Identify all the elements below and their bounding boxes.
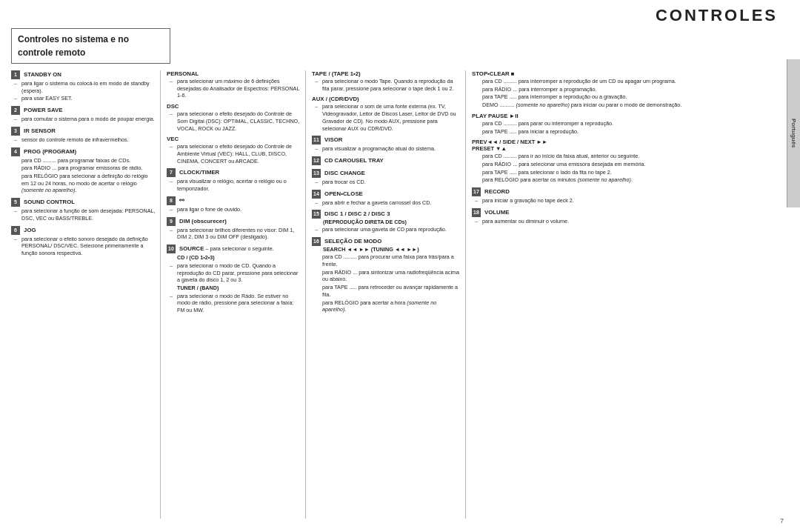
section-subtitle-disc123: (REPRODUÇÃO DIRETA DE CDs) xyxy=(312,219,461,225)
section-num-7: 7 xyxy=(167,168,176,177)
section-body-source: CD / (CD 1•2•3) – para selecionar o modo… xyxy=(167,254,301,314)
section-body-volume: – para aumentar ou diminuir o volume. xyxy=(472,218,784,225)
section-body-dsc: – para selecionar o efeito desejado do C… xyxy=(167,110,301,132)
list-item: para RÁDIO ... para programar emissoras … xyxy=(14,164,156,172)
list-item: – para selecionar o modo Tape. Quando a … xyxy=(315,78,461,92)
section-title-volume: VOLUME xyxy=(484,209,509,216)
section-prev-next: PREV◄◄ / SIDE / NEXT ►► PRESET ▼▲ para C… xyxy=(472,139,784,184)
section-body-personal: – para selecionar um máximo de 6 definiç… xyxy=(167,78,301,99)
list-item: – para selecionar uma gaveta de CD para … xyxy=(315,226,461,233)
section-body-jog: – para selecionar o efeito sonoro deseja… xyxy=(11,236,156,257)
section-aux: AUX / (CDR/DVD) – para selecionar o som … xyxy=(312,96,461,132)
columns-container: 1 STANDBY ON – para ligar o sistema ou c… xyxy=(11,70,784,519)
section-title-jog: JOG xyxy=(24,227,36,233)
section-title-dim: DIM (obscurecer) xyxy=(179,218,227,225)
section-sound-control: 5 SOUND CONTROL – para selecionar a funç… xyxy=(11,198,156,222)
list-item: – para trocar os CD. xyxy=(315,179,461,186)
section-title-record: RECORD xyxy=(484,188,510,195)
list-item: – para iniciar a gravação no tape deck 2… xyxy=(475,197,784,205)
list-item: – para ligar o sistema ou colocá-lo em m… xyxy=(14,80,156,94)
list-item: para RÁDIO ... para sintonizar uma radio… xyxy=(315,269,461,283)
section-body-play-pause: para CD ......... para parar ou interrom… xyxy=(472,120,784,135)
section-num-1: 1 xyxy=(11,70,20,79)
list-item: para RÁDIO ... para interromper a progra… xyxy=(475,86,784,93)
section-title-power-save: POWER SAVE xyxy=(24,107,62,113)
section-body-tape: – para selecionar o modo Tape. Quando a … xyxy=(312,78,461,92)
page-container: CONTROLES Português 7 Controles no siste… xyxy=(0,0,800,532)
section-title-visor: VISOR xyxy=(324,136,342,143)
column-3: TAPE / (TAPE 1•2) – para selecionar o mo… xyxy=(305,70,461,519)
list-item: para TAPE ..... para iniciar a reproduçã… xyxy=(475,128,784,136)
section-disc123: 15 DISC 1 / DISC 2 / DISC 3 (REPRODUÇÃO … xyxy=(312,210,461,233)
section-body-selecao-modo: para CD ......... para procurar uma faix… xyxy=(312,253,461,313)
list-item: para RELÓGIO para selecionar a definição… xyxy=(14,173,156,194)
section-power-save: 2 POWER SAVE – para comutar o sistema pa… xyxy=(11,106,156,123)
section-subtitle-selecao-modo: SEARCH ◄◄ ►► (TUNING ◄◄ ►►) xyxy=(312,246,461,253)
section-tape: TAPE / (TAPE 1•2) – para selecionar o mo… xyxy=(312,70,461,92)
column-1: 1 STANDBY ON – para ligar o sistema ou c… xyxy=(11,70,156,519)
section-body-sound-control: – para selecionar a função de som deseja… xyxy=(11,207,156,222)
section-num-5: 5 xyxy=(11,198,20,207)
list-item: para CD ......... para procurar uma faix… xyxy=(315,253,461,267)
main-title-line1: Controles no sistema e no xyxy=(18,34,129,44)
section-title-dsc: DSC xyxy=(167,103,179,110)
section-stop-clear: STOP•CLEAR ■ para CD ......... para inte… xyxy=(472,70,784,109)
main-title-line2: controle remoto xyxy=(18,47,85,58)
section-title-standby-on: STANDBY ON xyxy=(24,71,61,78)
section-play-pause: PLAY PAUSE ►II para CD ......... para pa… xyxy=(472,113,784,135)
section-num-4: 4 xyxy=(11,147,20,156)
list-item: – para selecionar o modo de CD. Quando a… xyxy=(170,262,301,284)
main-title-box: Controles no sistema e no controle remot… xyxy=(11,28,170,64)
section-title-aux: AUX / (CDR/DVD) xyxy=(312,96,359,102)
list-item: para CD ......... para ir ao início da f… xyxy=(475,153,784,160)
list-item: para CD ......... para interromper a rep… xyxy=(475,78,784,85)
list-item: – para abrir e fechar a gaveta carrossel… xyxy=(315,199,461,207)
list-item: – para aumentar ou diminuir o volume. xyxy=(475,218,784,225)
section-body-headphone: – para ligar o fone de ouvido. xyxy=(167,206,301,213)
list-item: – para visualizar a programação atual do… xyxy=(315,145,461,153)
list-item: para TAPE ..... para interromper a repro… xyxy=(475,93,784,101)
section-num-10: 10 xyxy=(167,245,176,253)
list-item: – para comutar o sistema para o modo de … xyxy=(14,116,156,123)
section-record: 17 RECORD – para iniciar a gravação no t… xyxy=(472,187,784,205)
list-item: – para selecionar a função de som deseja… xyxy=(14,207,156,222)
list-item: – sensor do controle remoto de infraverm… xyxy=(14,136,156,144)
section-ir-sensor: 3 IR SENSOR – sensor do controle remoto … xyxy=(11,127,156,144)
section-num-15: 15 xyxy=(312,210,321,219)
list-item: – para selecionar um máximo de 6 definiç… xyxy=(170,78,301,99)
side-language-tab: Português xyxy=(787,59,800,207)
section-body-disc-change: – para trocar os CD. xyxy=(312,179,461,186)
section-title-preset: PRESET ▼▲ xyxy=(472,145,784,152)
list-item: – para selecionar o som de uma fonte ext… xyxy=(315,103,461,132)
list-item: CD / (CD 1•2•3) xyxy=(170,254,301,262)
section-body-visor: – para visualizar a programação atual do… xyxy=(312,145,461,153)
list-item: para RÁDIO ... para selecionar uma emiss… xyxy=(475,161,784,168)
section-title-open-close: OPEN•CLOSE xyxy=(324,190,363,197)
section-num-8: 8 xyxy=(167,196,176,205)
section-title-personal: PERSONAL xyxy=(167,70,199,77)
section-num-14: 14 xyxy=(312,190,321,199)
list-item: para CD ......... para programar faixas … xyxy=(14,157,156,164)
section-num-3: 3 xyxy=(11,127,20,136)
list-item: para TAPE ..... para retroceder ou avanç… xyxy=(315,284,461,298)
section-source: 10 SOURCE – para selecionar o seguinte. … xyxy=(167,245,301,314)
list-item: – para selecionar o efeito desejado do C… xyxy=(170,143,301,164)
section-personal: PERSONAL – para selecionar um máximo de … xyxy=(167,70,301,99)
section-dsc: DSC – para selecionar o efeito desejado … xyxy=(167,103,301,132)
section-num-18: 18 xyxy=(472,208,481,217)
section-cd-carousel-tray: 12 CD CAROUSEL TRAY xyxy=(312,156,461,165)
section-num-9: 9 xyxy=(167,217,176,226)
section-title-cd-carousel-tray: CD CAROUSEL TRAY xyxy=(324,157,384,164)
section-title-selecao-modo: SELEÇÃO DE MODO xyxy=(324,238,381,245)
list-item: – para selecionar o modo de Rádo. Se est… xyxy=(170,293,301,314)
section-body-disc123: – para selecionar uma gaveta de CD para … xyxy=(312,226,461,233)
list-item: – para visualizar o relógio, acertar o r… xyxy=(170,178,301,192)
section-title-headphone: ⚯ xyxy=(179,197,184,204)
list-item: – para selecionar o efeito desejado do C… xyxy=(170,110,301,132)
column-4: STOP•CLEAR ■ para CD ......... para inte… xyxy=(465,70,784,519)
section-body-stop-clear: para CD ......... para interromper a rep… xyxy=(472,78,784,109)
section-prog: 4 PROG (PROGRAM) para CD ......... para … xyxy=(11,147,156,195)
page-title: CONTROLES xyxy=(656,6,778,25)
section-dim: 9 DIM (obscurecer) – para selecionar bri… xyxy=(167,217,301,241)
section-open-close: 14 OPEN•CLOSE – para abrir e fechar a ga… xyxy=(312,190,461,207)
